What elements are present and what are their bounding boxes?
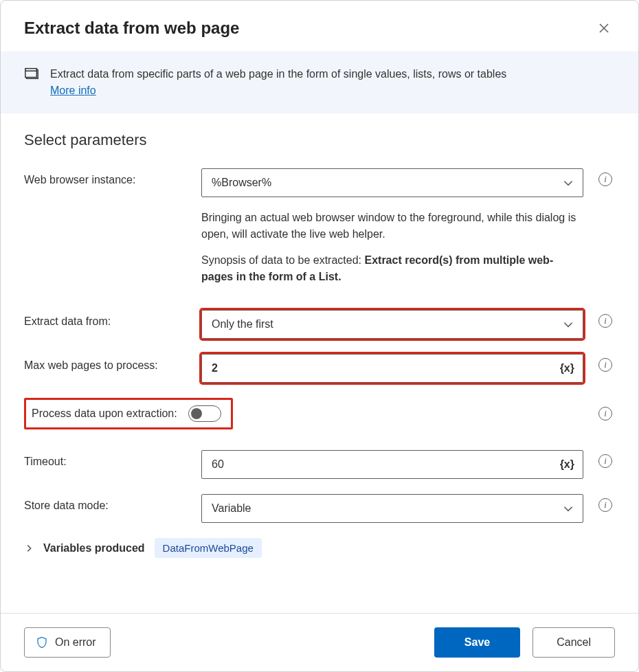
info-bar: Extract data from specific parts of a we… — [1, 52, 638, 113]
dialog-content: Select parameters Web browser instance: … — [1, 113, 638, 613]
shield-icon — [36, 636, 48, 649]
browser-instance-select[interactable]: %Browser% — [201, 168, 583, 197]
variable-token-icon[interactable]: {x} — [560, 458, 574, 471]
info-icon[interactable]: i — [598, 407, 612, 421]
variable-chip[interactable]: DataFromWebPage — [155, 538, 262, 558]
chevron-down-icon — [562, 318, 574, 331]
chevron-right-icon — [24, 544, 34, 553]
dialog-header: Extract data from web page — [1, 1, 638, 52]
browser-instance-value: %Browser% — [212, 177, 271, 189]
chevron-down-icon — [562, 177, 574, 189]
dialog-title: Extract data from web page — [24, 19, 239, 38]
store-mode-select[interactable]: Variable — [201, 494, 583, 523]
dialog: Extract data from web page Extract data … — [0, 0, 639, 672]
close-icon — [598, 23, 609, 34]
toggle-knob — [191, 408, 202, 419]
browser-help-text: Bringing an actual web browser window to… — [201, 210, 583, 243]
store-mode-label: Store data mode: — [24, 494, 189, 512]
info-icon[interactable]: i — [598, 314, 612, 328]
svg-rect-1 — [25, 69, 37, 78]
browser-instance-label: Web browser instance: — [24, 168, 189, 186]
store-mode-value: Variable — [212, 502, 251, 515]
info-icon[interactable]: i — [598, 358, 612, 372]
max-pages-label: Max web pages to process: — [24, 354, 189, 372]
info-icon[interactable]: i — [598, 172, 612, 186]
variable-token-icon[interactable]: {x} — [560, 362, 574, 374]
extract-from-select[interactable]: Only the first — [201, 310, 583, 339]
synopsis-prefix: Synopsis of data to be extracted: — [201, 254, 364, 266]
web-extract-icon — [24, 66, 39, 81]
process-upon-label: Process data upon extraction: — [32, 407, 177, 420]
info-icon[interactable]: i — [598, 454, 612, 468]
max-pages-value: 2 — [212, 362, 218, 374]
save-button[interactable]: Save — [434, 627, 520, 658]
info-description: Extract data from specific parts of a we… — [50, 68, 506, 80]
process-upon-highlight: Process data upon extraction: — [24, 398, 233, 429]
info-icon[interactable]: i — [598, 498, 612, 512]
more-info-link[interactable]: More info — [50, 85, 96, 96]
extract-from-value: Only the first — [212, 318, 273, 331]
timeout-label: Timeout: — [24, 450, 189, 468]
extract-from-label: Extract data from: — [24, 310, 189, 328]
close-button[interactable] — [593, 17, 615, 39]
variables-produced-row[interactable]: Variables produced DataFromWebPage — [24, 538, 615, 558]
cancel-button[interactable]: Cancel — [532, 627, 615, 658]
on-error-button[interactable]: On error — [24, 627, 111, 658]
variables-produced-label: Variables produced — [43, 542, 145, 555]
chevron-down-icon — [562, 502, 574, 515]
process-upon-toggle[interactable] — [188, 405, 221, 422]
timeout-input[interactable]: 60 {x} — [201, 450, 583, 479]
timeout-value: 60 — [212, 458, 224, 471]
on-error-label: On error — [55, 636, 96, 649]
section-title: Select parameters — [24, 131, 615, 149]
max-pages-input[interactable]: 2 {x} — [201, 354, 583, 383]
dialog-footer: On error Save Cancel — [1, 613, 638, 671]
